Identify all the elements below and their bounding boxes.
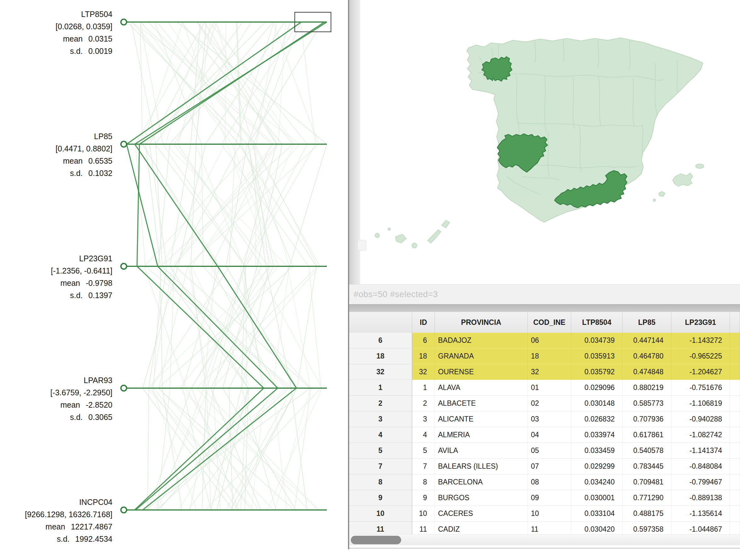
table-cell[interactable] — [730, 412, 740, 427]
column-header-ltp8504[interactable]: LTP8504 — [571, 312, 623, 333]
table-cell[interactable]: 07 — [528, 459, 571, 474]
horizontal-scrollbar-thumb[interactable] — [351, 536, 401, 544]
table-cell[interactable] — [730, 474, 740, 490]
table-cell[interactable] — [730, 348, 740, 364]
row-header[interactable]: 5 — [349, 443, 412, 459]
table-row[interactable]: 22ALBACETE020.0301480.585773-1.106819 — [349, 396, 740, 412]
table-cell[interactable]: 9 — [412, 490, 435, 506]
table-cell[interactable]: ALAVA — [435, 380, 528, 396]
table-row[interactable]: 1010CACERES100.0331040.488175-1.135614 — [349, 506, 740, 522]
table-cell[interactable]: 0.033104 — [571, 506, 623, 522]
table-cell[interactable]: 05 — [528, 443, 571, 459]
table-cell[interactable] — [730, 396, 740, 412]
table-cell[interactable]: 0.026832 — [571, 412, 623, 427]
column-header-lp23g91[interactable]: LP23G91 — [671, 312, 730, 333]
table-cell[interactable]: -0.940288 — [671, 412, 730, 427]
table-cell[interactable]: -1.141374 — [671, 443, 730, 459]
table-cell[interactable] — [730, 443, 740, 459]
row-header[interactable]: 32 — [349, 364, 412, 380]
table-cell[interactable]: 0.033459 — [571, 443, 623, 459]
table-cell[interactable]: 0.488175 — [623, 506, 671, 522]
table-cell[interactable]: 02 — [528, 396, 571, 412]
horizontal-scrollbar-track[interactable] — [349, 534, 740, 545]
table-cell[interactable]: CACERES — [435, 506, 528, 522]
table-cell[interactable]: -0.848084 — [671, 459, 730, 474]
table-cell[interactable]: 0.035913 — [571, 348, 623, 364]
table-cell[interactable]: -0.965225 — [671, 348, 730, 364]
table-cell[interactable]: 0.707936 — [623, 412, 671, 427]
axis-endpoint-handle[interactable] — [121, 385, 126, 391]
table-cell[interactable] — [730, 506, 740, 522]
axis-endpoint-handle[interactable] — [121, 507, 126, 513]
table-cell[interactable]: -1.106819 — [671, 396, 730, 412]
table-cell[interactable]: 0.585773 — [623, 396, 671, 412]
table-cell[interactable]: 5 — [412, 443, 435, 459]
axis-endpoint-handle[interactable] — [121, 263, 126, 269]
column-header-id[interactable]: ID — [412, 312, 435, 333]
table-cell[interactable]: 0.034240 — [571, 474, 623, 490]
table-cell[interactable]: 1 — [412, 380, 435, 396]
table-cell[interactable] — [730, 380, 740, 396]
table-cell[interactable]: 18 — [528, 348, 571, 364]
column-header-blank[interactable] — [730, 312, 740, 333]
choropleth-map[interactable] — [359, 0, 740, 284]
column-header-provincia[interactable]: PROVINCIA — [435, 312, 528, 333]
table-cell[interactable] — [730, 333, 740, 348]
table-cell[interactable]: 0.034739 — [571, 333, 623, 348]
table-row[interactable]: 99BURGOS090.0300010.771290-0.889138 — [349, 490, 740, 506]
pcp-axis-handles[interactable] — [121, 19, 126, 513]
row-header[interactable]: 10 — [349, 506, 412, 522]
row-header[interactable]: 9 — [349, 490, 412, 506]
table-cell[interactable]: 10 — [528, 506, 571, 522]
table-cell[interactable]: ALICANTE — [435, 412, 528, 427]
table-cell[interactable]: 08 — [528, 474, 571, 490]
table-cell[interactable]: 0.709481 — [623, 474, 671, 490]
table-cell[interactable]: -0.889138 — [671, 490, 730, 506]
table-row[interactable]: 55AVILA050.0334590.540578-1.141374 — [349, 443, 740, 459]
table-cell[interactable]: 0.474848 — [623, 364, 671, 380]
table-cell[interactable]: 0.033974 — [571, 427, 623, 443]
table-cell[interactable]: AVILA — [435, 443, 528, 459]
axis-endpoint-handle[interactable] — [121, 19, 126, 25]
table-cell[interactable]: 0.447144 — [623, 333, 671, 348]
table-cell[interactable]: 0.029096 — [571, 380, 623, 396]
table-cell[interactable]: 7 — [412, 459, 435, 474]
row-header[interactable]: 7 — [349, 459, 412, 474]
row-header[interactable]: 18 — [349, 348, 412, 364]
table-row[interactable]: 33ALICANTE030.0268320.707936-0.940288 — [349, 412, 740, 427]
table-cell[interactable]: BADAJOZ — [435, 333, 528, 348]
table-cell[interactable]: 18 — [412, 348, 435, 364]
table-cell[interactable] — [730, 490, 740, 506]
table-cell[interactable]: 0.540578 — [623, 443, 671, 459]
table-cell[interactable] — [730, 427, 740, 443]
table-row-selected[interactable]: 66BADAJOZ060.0347390.447144-1.143272 — [349, 333, 740, 348]
table-cell[interactable]: 0.030001 — [571, 490, 623, 506]
table-cell[interactable]: BURGOS — [435, 490, 528, 506]
window-divider[interactable] — [348, 304, 740, 312]
table-cell[interactable]: GRANADA — [435, 348, 528, 364]
table-row[interactable]: 88BARCELONA080.0342400.709481-0.799467 — [349, 474, 740, 490]
table-cell[interactable]: BALEARS (ILLES) — [435, 459, 528, 474]
table-cell[interactable]: 04 — [528, 427, 571, 443]
table-cell[interactable]: OURENSE — [435, 364, 528, 380]
table-cell[interactable]: 0.464780 — [623, 348, 671, 364]
table-cell[interactable]: 0.030148 — [571, 396, 623, 412]
table-cell[interactable]: 0.880219 — [623, 380, 671, 396]
axis-endpoint-handle[interactable] — [121, 141, 126, 147]
row-header[interactable]: 8 — [349, 474, 412, 490]
table-cell[interactable]: BARCELONA — [435, 474, 528, 490]
table-cell[interactable]: 06 — [528, 333, 571, 348]
table-cell[interactable]: -1.082742 — [671, 427, 730, 443]
table-cell[interactable]: -1.135614 — [671, 506, 730, 522]
table-cell[interactable]: 6 — [412, 333, 435, 348]
table-cell[interactable]: 3 — [412, 412, 435, 427]
table-cell[interactable]: 0.035792 — [571, 364, 623, 380]
row-header[interactable]: 4 — [349, 427, 412, 443]
table-cell[interactable]: ALBACETE — [435, 396, 528, 412]
table-cell[interactable]: 0.029299 — [571, 459, 623, 474]
table-cell[interactable]: 8 — [412, 474, 435, 490]
row-header[interactable]: 6 — [349, 333, 412, 348]
table-row[interactable]: 11ALAVA010.0290960.880219-0.751676 — [349, 380, 740, 396]
table-cell[interactable]: 03 — [528, 412, 571, 427]
table-row-selected[interactable]: 3232OURENSE320.0357920.474848-1.204627 — [349, 364, 740, 380]
